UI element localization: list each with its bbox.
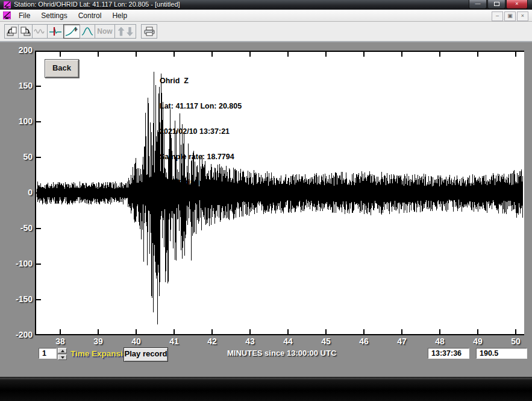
y-axis-label: 200 bbox=[0, 45, 33, 55]
x-axis-label: 46 bbox=[351, 336, 377, 346]
y-axis-label: 0 bbox=[0, 188, 33, 197]
trace-station-line: Ohrid Z bbox=[160, 77, 242, 85]
x-axis-label: 43 bbox=[237, 336, 263, 346]
load-record-icon bbox=[6, 26, 17, 37]
plot-client-area: 200150100500-50-100-150-2003839404142434… bbox=[0, 42, 532, 377]
x-axis-label: 44 bbox=[275, 336, 301, 346]
menu-control[interactable]: Control bbox=[73, 11, 107, 20]
trace-datetime-line: 2021/02/10 13:37:21 bbox=[160, 127, 242, 136]
trace-coords-line: Lat: 41.117 Lon: 20.805 bbox=[160, 102, 242, 110]
arrow-up-icon bbox=[118, 27, 125, 36]
now-button[interactable]: Now bbox=[95, 24, 115, 39]
y-axis-label: 150 bbox=[0, 81, 33, 90]
window-title: Station: Ohrid/OHRID Lat: 41.117 Lon: 20… bbox=[14, 1, 180, 8]
seismograph-app-icon bbox=[4, 1, 11, 8]
pick-marker-icon bbox=[49, 26, 62, 37]
save-record-icon bbox=[20, 26, 31, 37]
y-axis-label: -150 bbox=[0, 294, 33, 304]
menu-settings[interactable]: Settings bbox=[36, 11, 72, 20]
svg-text:P: P bbox=[75, 28, 78, 32]
titlebar: Station: Ohrid/OHRID Lat: 41.117 Lon: 20… bbox=[0, 0, 532, 10]
child-restore-button[interactable]: ▣ bbox=[504, 11, 516, 21]
x-axis-label: 41 bbox=[161, 336, 187, 346]
x-axis-label: 45 bbox=[313, 336, 339, 346]
y-axis-label: -200 bbox=[0, 330, 33, 339]
x-axis-label: 40 bbox=[124, 336, 149, 346]
y-axis-label: 100 bbox=[0, 116, 33, 126]
seismogram-trace bbox=[35, 51, 524, 335]
trace-filter-line: No filtering bbox=[160, 178, 242, 186]
time-expansion-value[interactable]: 1 bbox=[39, 348, 57, 359]
taskbar: e ›› ▲ bbox=[0, 377, 532, 401]
y-axis-label: -100 bbox=[0, 259, 33, 268]
child-minimize-button[interactable]: – bbox=[492, 11, 503, 21]
menu-help[interactable]: Help bbox=[107, 11, 133, 20]
bell-curve-icon bbox=[81, 26, 93, 37]
toolbar: P Now bbox=[0, 22, 532, 42]
x-axis-label: 48 bbox=[427, 336, 452, 346]
scroll-arrows-button[interactable] bbox=[114, 24, 136, 39]
x-axis-label: 47 bbox=[389, 336, 415, 346]
menu-file[interactable]: File bbox=[13, 11, 36, 20]
spin-up-icon bbox=[61, 350, 64, 352]
child-window-controls: – ▣ × bbox=[490, 11, 528, 21]
save-record-button[interactable] bbox=[18, 24, 33, 39]
load-record-button[interactable] bbox=[4, 24, 19, 39]
close-button[interactable]: × bbox=[506, 0, 528, 9]
trace-info-overlay: Ohrid Z Lat: 41.117 Lon: 20.805 2021/02/… bbox=[160, 60, 242, 203]
play-record-button[interactable]: Play record bbox=[124, 347, 168, 362]
print-button[interactable] bbox=[141, 24, 157, 39]
back-button[interactable]: Back bbox=[45, 59, 79, 78]
child-close-button[interactable]: × bbox=[517, 11, 528, 21]
bell-curve-button[interactable] bbox=[80, 24, 95, 39]
p-phase-curve-button[interactable]: P bbox=[63, 24, 80, 39]
child-window-icon bbox=[3, 11, 11, 19]
time-expansion-down-button[interactable] bbox=[58, 355, 67, 360]
pick-marker-button[interactable] bbox=[47, 24, 64, 39]
waveform-icon bbox=[34, 26, 46, 37]
window-controls: — × bbox=[468, 0, 528, 9]
y-axis-label: 50 bbox=[0, 152, 33, 162]
x-axis-label: 50 bbox=[503, 336, 528, 346]
menubar: File Settings Control Help – ▣ × bbox=[0, 10, 532, 22]
y-axis-label: -50 bbox=[0, 223, 33, 233]
x-axis-label: 49 bbox=[465, 336, 490, 346]
plot-area[interactable] bbox=[35, 51, 524, 335]
x-axis-label: 39 bbox=[86, 336, 111, 346]
arrow-down-icon bbox=[127, 27, 133, 36]
x-axis-caption: MINUTES since 13:00:00 UTC bbox=[227, 349, 336, 358]
waveform-button[interactable] bbox=[32, 24, 48, 39]
trace-samplerate-line: Sample rate: 18.7794 bbox=[160, 153, 242, 161]
now-button-label: Now bbox=[97, 27, 112, 36]
x-axis-label: 38 bbox=[48, 336, 73, 346]
spin-down-icon bbox=[61, 356, 64, 359]
time-expansion-up-button[interactable] bbox=[58, 348, 67, 353]
maximize-button[interactable] bbox=[487, 0, 505, 9]
cursor-time-field[interactable]: 13:37:36 bbox=[428, 348, 469, 359]
printer-icon bbox=[143, 26, 155, 37]
p-phase-curve-icon: P bbox=[65, 26, 78, 37]
cursor-amplitude-field[interactable]: 190.5 bbox=[476, 348, 527, 359]
minimize-button[interactable]: — bbox=[469, 0, 487, 9]
x-axis-label: 42 bbox=[199, 336, 225, 346]
